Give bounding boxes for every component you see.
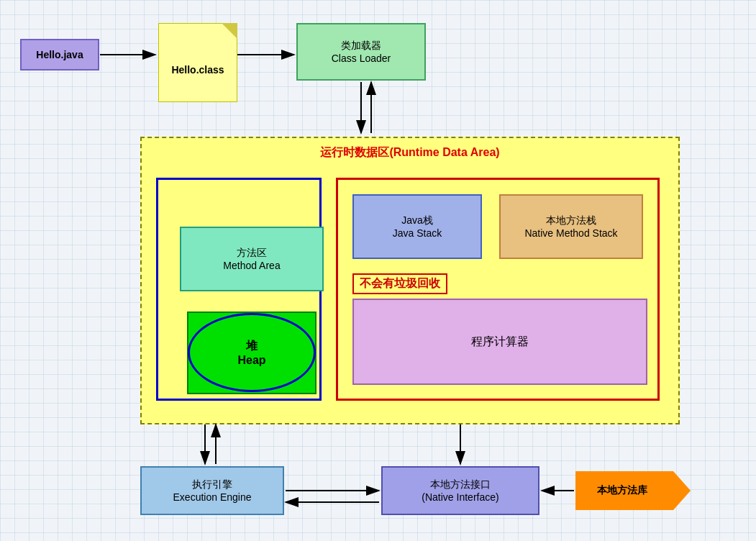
native-stack-line1: 本地方法栈 [546,214,596,227]
no-gc-label: 不会有垃圾回收 [352,273,447,294]
hello-class-box: Hello.class [158,23,237,102]
hello-java-label: Hello.java [36,49,83,60]
java-stack-box: Java栈 Java Stack [352,194,482,259]
hello-class-label: Hello.class [171,64,224,76]
exec-engine-line1: 执行引擎 [192,478,232,491]
native-interface-line1: 本地方法接口 [430,478,491,491]
java-stack-line2: Java Stack [393,227,442,239]
exec-engine-line2: Execution Engine [173,491,252,503]
program-counter-box: 程序计算器 [352,299,647,385]
heap-label: 堆 Heap [237,339,265,367]
hello-java-box: Hello.java [20,39,99,71]
right-section: Java栈 Java Stack 本地方法栈 Native Method Sta… [336,178,660,401]
exec-engine-box: 执行引擎 Execution Engine [140,466,284,515]
program-counter-label: 程序计算器 [471,335,529,350]
runtime-area-title: 运行时数据区(Runtime Data Area) [320,145,499,160]
class-loader-line1: 类加载器 [341,40,381,53]
native-lib-label: 本地方法库 [597,484,647,497]
native-interface-line2: (Native Interface) [422,491,498,503]
left-section: 方法区 Method Area 堆 Heap [156,178,322,401]
method-area-line1: 方法区 [237,247,267,260]
runtime-area-box: 运行时数据区(Runtime Data Area) 方法区 Method Are… [140,137,680,424]
class-loader-line2: Class Loader [332,53,391,64]
method-area-box: 方法区 Method Area [180,227,324,291]
native-lib-box: 本地方法库 [575,471,691,510]
native-interface-box: 本地方法接口 (Native Interface) [381,466,539,515]
class-loader-box: 类加载器 Class Loader [296,23,426,81]
native-stack-line2: Native Method Stack [524,227,617,239]
heap-container: 堆 Heap [180,306,324,399]
java-stack-line1: Java栈 [401,214,433,227]
native-stack-box: 本地方法栈 Native Method Stack [499,194,643,259]
heap-line2: Heap [237,354,265,367]
heap-line1: 堆 [246,339,258,354]
method-area-line2: Method Area [223,260,280,271]
diagram: Hello.java Hello.class 类加载器 Class Loader… [0,0,756,541]
